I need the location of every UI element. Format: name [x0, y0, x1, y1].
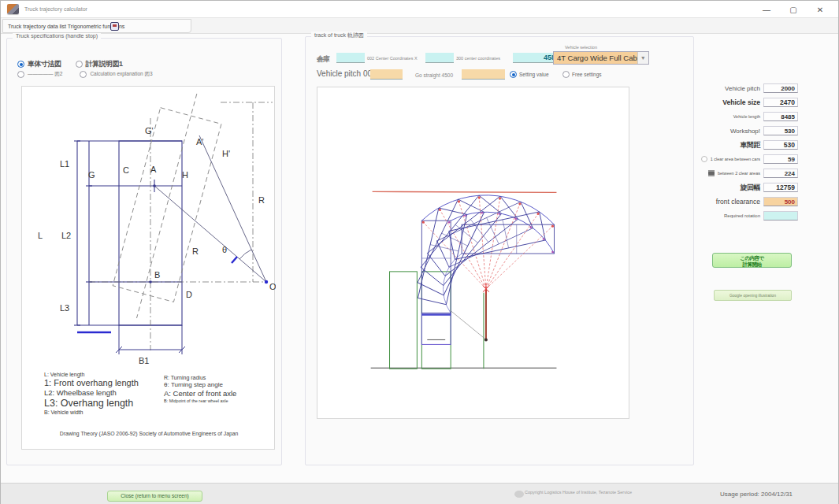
diagram-label: G [88, 170, 95, 180]
diagram-label: O [269, 282, 276, 291]
calc-button-line1: この内容で [713, 255, 791, 261]
legend-item: R: Turning radius [164, 375, 274, 380]
center-coordinate-x-label: 002 Center Coordinates X [367, 56, 418, 61]
obstacle-mid [421, 272, 451, 369]
rotated-truck-outline [106, 87, 228, 326]
legend-item: B: Vehicle width [44, 410, 162, 415]
start-calculation-button[interactable]: この内容で 計算開始 [712, 253, 792, 268]
turning-center-point [265, 280, 268, 284]
wall-line [373, 191, 557, 192]
radio-label: 車体寸法図 [28, 59, 61, 69]
vehicle-select-value: 4T Cargo Wide Full Cab [554, 54, 637, 62]
diagram-label: B1 [139, 356, 149, 365]
sidebar-row-value: 2000 [763, 83, 798, 93]
radio-body-dimension[interactable] [17, 61, 24, 68]
trajectory-plot [317, 87, 629, 418]
app-icon [7, 4, 19, 14]
close-return-button[interactable]: Close (return to menu screen) [107, 491, 202, 502]
radio-label: 計算説明図1 [86, 59, 123, 69]
vehicle-pitch-label: Vehicle pitch 00 [317, 69, 372, 78]
truck-position [421, 220, 486, 313]
outer-path-arc [421, 195, 554, 224]
logo-icon [514, 491, 524, 498]
diagram-label: R [258, 195, 265, 205]
sidebar-row-value[interactable] [763, 211, 798, 220]
legend-item: B: Midpoint of the rear wheel axle [164, 398, 274, 403]
diagram-label: C [123, 165, 129, 175]
close-icon[interactable]: ✕ [807, 1, 833, 18]
obstacle-left [390, 272, 418, 369]
sidebar-row: 1 clear area between cars59 [694, 152, 798, 166]
sidebar-row-value[interactable]: 500 [763, 197, 798, 206]
diagram-label: L1 [60, 159, 69, 169]
sidebar-row: Vehicle length8485 [694, 109, 798, 124]
circle-icon [701, 156, 707, 162]
sidebar-row: 車間距530 [694, 138, 798, 152]
sidebar-row: between 2 clear areas224 [694, 166, 798, 180]
diagram-label: L2 [61, 231, 71, 240]
sidebar-row-value: 2470 [763, 98, 798, 107]
title-bar: Truck trajectory calculator — ▢ ✕ [1, 1, 838, 18]
diagram-label: A [150, 165, 157, 174]
diagram-label: H' [222, 149, 230, 158]
legend-item: 1: Front overhang length [44, 378, 162, 387]
center-coordinate-x-input[interactable] [336, 53, 365, 63]
truck-specifications-panel: Truck specifications (handle stop) 車体寸法図… [6, 38, 282, 465]
group-title-left: Truck specifications (handle stop) [13, 33, 101, 39]
diagram-label: θ [222, 245, 227, 254]
sidebar-row-value: 8485 [763, 112, 798, 121]
legend-item: A: Center of front axle [164, 389, 274, 398]
sidebar-row-value: 12759 [763, 183, 798, 192]
legend-item: θ: Turning step angle [164, 381, 274, 388]
bottom-bar: Close (return to menu screen) Copyright … [1, 483, 838, 504]
sidebar-row-label: Vehicle length [733, 114, 760, 119]
diagram-label: L3 [60, 303, 69, 313]
minimize-button[interactable]: — [753, 1, 780, 18]
trajectory-plot-canvas [317, 87, 629, 419]
diagram-label: G' [145, 126, 154, 135]
radio-calc-explanation-3[interactable] [80, 71, 87, 78]
sidebar-row-label: between 2 clear areas [718, 171, 760, 176]
results-sidebar: Vehicle pitch2000Vehicle size2470Vehicle… [694, 81, 798, 223]
radio-setting-value[interactable] [510, 71, 517, 78]
sidebar-row: Vehicle size2470 [694, 95, 798, 109]
truck-position [418, 208, 501, 313]
tab-trajectory-data[interactable]: Truck trajectory data list Trigonometric… [2, 19, 191, 33]
sidebar-row-value: 224 [763, 169, 798, 178]
calculator-icon[interactable] [110, 22, 119, 31]
vehicle-pitch-input[interactable] [370, 69, 403, 80]
sidebar-row-label: Vehicle pitch [725, 85, 760, 92]
sidebar-row: front clearance500 [694, 195, 798, 209]
sidebar-row-label: 車間距 [741, 140, 761, 150]
warehouse-label: 倉庫 [317, 54, 329, 65]
go-straight-label: Go straight 4500 [415, 72, 453, 78]
sidebar-row-value: 530 [763, 126, 798, 135]
maximize-button[interactable]: ▢ [780, 1, 807, 18]
main-content: Truck specifications (handle stop) 車体寸法図… [1, 34, 838, 483]
sidebar-row-value: 530 [763, 140, 798, 150]
go-straight-input[interactable] [462, 69, 505, 80]
group-title-center: track of truck 軌跡図 [311, 32, 367, 39]
radio-free-settings[interactable] [562, 71, 570, 78]
sidebar-row-label: 旋回幅 [741, 183, 761, 193]
copyright-text: Copyright Logistics House of Institute, … [525, 490, 632, 495]
sidebar-row-label: 1 clear area between cars [711, 157, 760, 161]
center-coordinate-y-label: 300 center coordinates [456, 56, 500, 61]
radio-label: Calculation explanation 図3 [90, 71, 152, 78]
diagram-label: D [186, 290, 192, 299]
calc-button-line2: 計算開始 [713, 261, 791, 268]
radio-label: ――――― 図2 [28, 71, 62, 78]
vehicle-select-dropdown[interactable]: 4T Cargo Wide Full Cab ▾ [553, 51, 649, 65]
diagram-label: B [154, 270, 160, 280]
radio-calc-figure-1[interactable] [76, 61, 83, 68]
center-coordinate-y-input[interactable] [425, 53, 454, 63]
sidebar-row: Required rotation [694, 209, 798, 223]
sidebar-row-label: Vehicle size [722, 98, 760, 106]
tab-label: Truck trajectory data list Trigonometric… [8, 24, 124, 29]
sidebar-row-value: 59 [763, 154, 798, 164]
radio-figure-2[interactable] [17, 71, 24, 78]
secondary-action-button[interactable]: Google opening illustration [714, 290, 792, 301]
diagram-source-note: Drawing Theory (JASO 2006-92) Society of… [22, 431, 276, 436]
app-window: Truck trajectory calculator — ▢ ✕ Truck … [0, 0, 839, 504]
diagram-label: A' [196, 137, 203, 146]
